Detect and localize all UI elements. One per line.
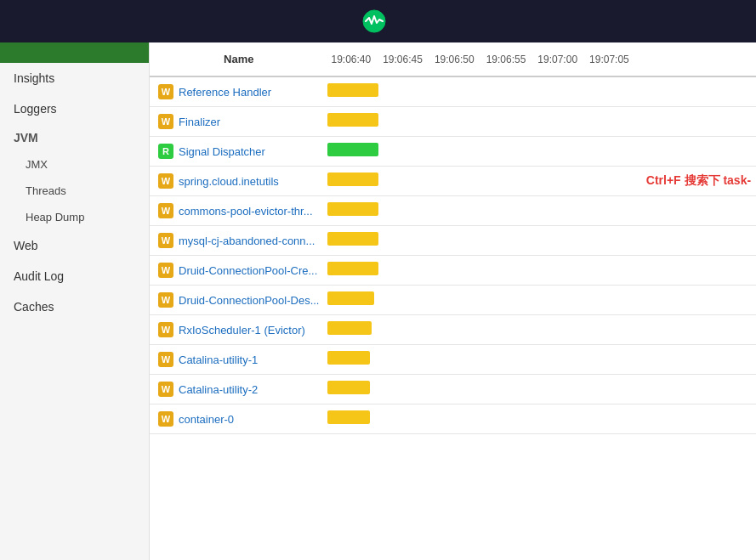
thread-badge: W [158, 352, 173, 367]
sidebar-item-threads[interactable]: Threads [0, 178, 149, 204]
col-header-time4: 19:06:55 [483, 42, 535, 76]
thread-timeline-cell-0 [327, 76, 637, 107]
thread-timeline-cell-5 [327, 226, 637, 256]
thread-badge: W [158, 114, 173, 129]
thread-annotation-9 [638, 345, 756, 375]
logo-icon [362, 9, 386, 33]
table-row: W commons-pool-evictor-thr... [150, 196, 756, 226]
thread-bar [327, 113, 378, 127]
thread-bar [327, 291, 374, 305]
thread-name-cell-1: W Finalizer [150, 107, 327, 137]
thread-badge: W [158, 382, 173, 397]
thread-label: container-0 [179, 413, 234, 426]
sidebar-item-web[interactable]: Web [0, 230, 149, 261]
thread-annotation-1 [638, 107, 756, 137]
thread-name-cell-9: W Catalina-utility-1 [150, 345, 327, 375]
thread-badge: W [158, 411, 173, 427]
col-header-time6: 19:07:05 [586, 42, 638, 76]
thread-label: Finalizer [179, 116, 220, 128]
main-layout: Insights Loggers JVM JMX Threads Heap Du… [0, 42, 756, 560]
thread-badge: W [158, 263, 173, 278]
thread-name-cell-0: W Reference Handler [150, 76, 327, 107]
thread-annotation-6 [638, 256, 756, 286]
thread-name-cell-10: W Catalina-utility-2 [150, 375, 327, 404]
thread-label: spring.cloud.inetutils [179, 175, 279, 188]
sidebar-app-info [0, 42, 149, 63]
thread-annotation-10 [638, 375, 756, 404]
thread-bar [327, 202, 378, 216]
thread-label: Catalina-utility-1 [179, 354, 258, 366]
table-row: W spring.cloud.inetutils Ctrl+F 搜索下 task… [150, 167, 756, 196]
thread-label: Signal Dispatcher [179, 145, 265, 158]
thread-bar [327, 410, 370, 424]
thread-name-cell-11: W container-0 [150, 404, 327, 434]
table-row: W Druid-ConnectionPool-Des... [150, 286, 756, 315]
threads-table: Name 19:06:40 19:06:45 19:06:50 19:06:55… [150, 42, 756, 434]
sidebar-item-caches[interactable]: Caches [0, 291, 149, 322]
thread-timeline-cell-8 [327, 315, 637, 345]
thread-badge: W [158, 322, 173, 337]
thread-timeline-cell-7 [327, 286, 637, 315]
thread-timeline-cell-3 [327, 167, 637, 196]
thread-name-cell-4: W commons-pool-evictor-thr... [150, 196, 327, 226]
table-row: R Signal Dispatcher [150, 137, 756, 167]
thread-badge: R [158, 144, 173, 159]
thread-name-cell-2: R Signal Dispatcher [150, 137, 327, 167]
table-row: W container-0 [150, 404, 756, 434]
thread-timeline-cell-10 [327, 375, 637, 404]
table-header-row: Name 19:06:40 19:06:45 19:06:50 19:06:55… [150, 42, 756, 76]
thread-label: Druid-ConnectionPool-Cre... [179, 264, 317, 277]
thread-bar [327, 143, 378, 156]
thread-name-cell-7: W Druid-ConnectionPool-Des... [150, 286, 327, 315]
sidebar-item-loggers[interactable]: Loggers [0, 93, 149, 124]
sidebar-item-audit-log[interactable]: Audit Log [0, 261, 149, 291]
thread-bar [327, 83, 378, 97]
thread-badge: W [158, 84, 173, 99]
thread-badge: W [158, 173, 173, 189]
thread-badge: W [158, 203, 173, 218]
sidebar-item-jvm[interactable]: JVM [0, 124, 149, 151]
threads-tbody: W Reference Handler W Finalizer R Signal… [150, 76, 756, 434]
thread-label: Catalina-utility-2 [179, 383, 258, 396]
thread-annotation-7 [638, 286, 756, 315]
table-row: W Catalina-utility-2 [150, 375, 756, 404]
thread-timeline-cell-2 [327, 137, 637, 167]
thread-annotation-2 [638, 137, 756, 167]
col-header-time1: 19:06:40 [327, 42, 379, 76]
thread-bar [327, 262, 378, 275]
thread-annotation-11 [638, 404, 756, 434]
thread-timeline-cell-11 [327, 404, 637, 434]
thread-label: RxIoScheduler-1 (Evictor) [179, 324, 305, 337]
sidebar-item-jmx[interactable]: JMX [0, 151, 149, 178]
sidebar-item-heap-dump[interactable]: Heap Dump [0, 204, 149, 230]
col-header-name: Name [150, 42, 327, 76]
top-header [0, 0, 756, 42]
thread-label: mysql-cj-abandoned-conn... [179, 235, 315, 247]
thread-badge: W [158, 292, 173, 308]
sidebar: Insights Loggers JVM JMX Threads Heap Du… [0, 42, 150, 560]
thread-label: Reference Handler [179, 86, 271, 99]
thread-annotation-8 [638, 315, 756, 345]
table-row: W RxIoScheduler-1 (Evictor) [150, 315, 756, 345]
col-header-time5: 19:07:00 [534, 42, 586, 76]
thread-name-cell-3: W spring.cloud.inetutils [150, 167, 327, 196]
thread-badge: W [158, 233, 173, 248]
col-header-time2: 19:06:45 [379, 42, 431, 76]
thread-bar [327, 351, 370, 365]
thread-timeline-cell-6 [327, 256, 637, 286]
thread-annotation-0 [638, 76, 756, 107]
thread-label: Druid-ConnectionPool-Des... [179, 294, 319, 307]
col-header-time3: 19:06:50 [431, 42, 483, 76]
content-area: Name 19:06:40 19:06:45 19:06:50 19:06:55… [150, 42, 756, 560]
table-row: W Finalizer [150, 107, 756, 137]
table-row: W Reference Handler [150, 76, 756, 107]
thread-bar [327, 321, 372, 335]
thread-annotation-4 [638, 196, 756, 226]
thread-annotation-3: Ctrl+F 搜索下 task-，查看当前数量 [638, 167, 756, 196]
thread-name-cell-8: W RxIoScheduler-1 (Evictor) [150, 315, 327, 345]
sidebar-item-insights[interactable]: Insights [0, 63, 149, 93]
thread-bar [327, 173, 378, 186]
table-row: W Catalina-utility-1 [150, 345, 756, 375]
table-row: W mysql-cj-abandoned-conn... [150, 226, 756, 256]
thread-name-cell-5: W mysql-cj-abandoned-conn... [150, 226, 327, 256]
